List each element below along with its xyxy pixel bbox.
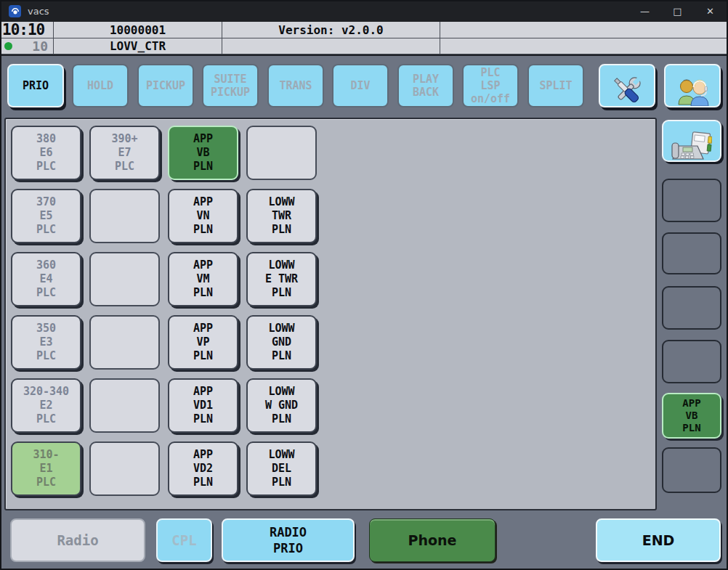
da-key-370-e5[interactable]: 370 E5 PLC: [11, 189, 81, 243]
maximize-button[interactable]: □: [661, 0, 694, 22]
fn-key-split[interactable]: SPLIT: [527, 64, 584, 107]
terminal-id: 10000001: [54, 22, 222, 38]
da-key-loww-del[interactable]: LOWW DEL PLN: [246, 441, 317, 496]
side-slot-empty: [662, 340, 721, 383]
status-cell-empty: [222, 38, 440, 54]
status-cell-empty: [440, 22, 728, 38]
da-key-app-vm[interactable]: APP VM PLN: [168, 252, 238, 306]
fn-key-plc-lsp[interactable]: PLC LSP on/off: [462, 64, 519, 107]
radio-prio-button[interactable]: RADIO PRIO: [222, 518, 355, 562]
titlebar: vacs — □ ✕: [0, 0, 728, 22]
da-key-loww-e-twr[interactable]: LOWW E TWR PLN: [246, 252, 317, 306]
da-count: 10: [32, 38, 48, 54]
da-key-loww-gnd[interactable]: LOWW GND PLN: [246, 315, 317, 370]
roles-button[interactable]: [664, 64, 721, 107]
fn-key-prio[interactable]: PRIO: [7, 64, 64, 107]
da-key-loww-twr[interactable]: LOWW TWR PLN: [246, 189, 317, 243]
side-slot-empty: [662, 232, 721, 274]
fn-key-div[interactable]: DIV: [332, 64, 389, 107]
fn-key-playback[interactable]: PLAY BACK: [397, 64, 454, 107]
da-key-310-e1[interactable]: 310- E1 PLC: [11, 441, 81, 496]
da-key-blank: [89, 441, 160, 496]
status-bar: 10:10 10 10000001 LOVV_CTR Version: v2.0…: [0, 22, 728, 56]
radio-mode-button[interactable]: Radio: [10, 518, 145, 562]
da-key-loww-w-gnd[interactable]: LOWW W GND PLN: [246, 378, 317, 433]
minimize-button[interactable]: —: [628, 0, 661, 22]
phone-mode-button[interactable]: Phone: [369, 518, 496, 562]
da-key-blank: [89, 315, 160, 370]
fn-key-hold[interactable]: HOLD: [72, 64, 129, 107]
fn-key-trans[interactable]: TRANS: [267, 64, 324, 107]
cpl-button[interactable]: CPL: [156, 518, 212, 562]
da-key-350-e3[interactable]: 350 E3 PLC: [11, 315, 81, 370]
da-key-app-vd2[interactable]: APP VD2 PLN: [168, 441, 238, 496]
wrench-screwdriver-icon: [610, 60, 644, 111]
da-panel: 380 E6 PLC 390+ E7 PLC APP VB PLN 370 E5…: [4, 118, 657, 510]
da-key-app-vb[interactable]: APP VB PLN: [168, 126, 238, 180]
fn-key-pickup[interactable]: PICKUP: [137, 64, 194, 107]
da-key-320-340-e2[interactable]: 320-340 E2 PLC: [11, 378, 81, 433]
da-key-app-vp[interactable]: APP VP PLN: [168, 315, 238, 370]
da-key-blank: [89, 252, 160, 306]
status-cell-empty: [440, 38, 728, 54]
da-key-blank: [89, 189, 160, 243]
monitor-key-app-vb[interactable]: APP VB PLN: [662, 393, 721, 439]
da-key-blank: [246, 126, 317, 180]
da-key-blank: [89, 378, 160, 433]
side-slot-empty: [662, 179, 721, 222]
da-key-390-e7[interactable]: 390+ E7 PLC: [89, 126, 160, 180]
fn-key-suite-pickup[interactable]: SUITE PICKUP: [202, 64, 259, 107]
da-key-380-e6[interactable]: 380 E6 PLC: [11, 126, 81, 180]
window-title: vacs: [28, 6, 49, 17]
end-button[interactable]: END: [596, 518, 721, 562]
connection-status-dot: [4, 42, 12, 50]
clock: 10:10: [0, 22, 54, 38]
operators-icon: [674, 62, 711, 109]
version-label: Version: v2.0.0: [222, 22, 440, 38]
close-button[interactable]: ✕: [694, 0, 727, 22]
settings-button[interactable]: [599, 64, 655, 107]
side-slot-empty: [662, 286, 721, 330]
directory-button[interactable]: [662, 120, 721, 162]
da-key-360-e4[interactable]: 360 E4 PLC: [11, 252, 81, 306]
side-slot-empty: [662, 447, 721, 493]
headset-icon: [9, 5, 21, 17]
position-name: LOVV_CTR: [54, 38, 222, 54]
phone-directory-icon: [671, 118, 712, 165]
da-key-app-vn[interactable]: APP VN PLN: [168, 189, 238, 243]
da-key-app-vd1[interactable]: APP VD1 PLN: [168, 378, 238, 433]
